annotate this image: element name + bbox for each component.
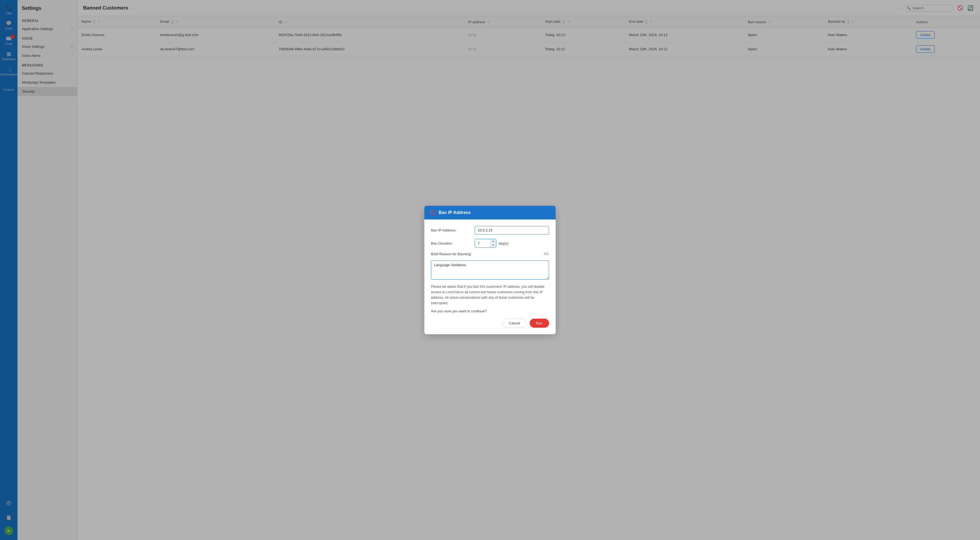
modal-overlay[interactable]: 🚫 Ban IP Address Ban IP Address: Ban Dur… — [0, 0, 980, 540]
modal-title: Ban IP Address — [439, 210, 471, 215]
cancel-button[interactable]: Cancel — [503, 319, 526, 328]
char-count: 481 — [544, 252, 549, 256]
duration-wrapper: ▲ ▼ day(s) — [475, 239, 508, 248]
modal-header: 🚫 Ban IP Address — [425, 206, 555, 219]
duration-input[interactable] — [475, 240, 490, 247]
confirm-text: Are you sure you want to continue? — [431, 309, 549, 313]
ban-button[interactable]: Ban — [530, 319, 549, 328]
ip-field-row: Ban IP Address: — [431, 226, 549, 235]
spin-down-btn[interactable]: ▼ — [490, 243, 496, 247]
spin-up-btn[interactable]: ▲ — [490, 239, 496, 243]
warning-text: Please be aware that if you ban this cus… — [431, 284, 549, 306]
duration-field-row: Ban Duration: ▲ ▼ day(s) — [431, 239, 549, 248]
reason-field-row: Brief Reason for Banning: 481 — [431, 252, 549, 280]
days-label: day(s) — [498, 241, 508, 245]
duration-spinners: ▲ ▼ — [490, 239, 496, 247]
modal-footer: Cancel Ban — [431, 319, 549, 329]
ban-ip-input[interactable] — [475, 226, 549, 235]
duration-label: Ban Duration: — [431, 241, 472, 245]
ip-label: Ban IP Address: — [431, 228, 472, 232]
reason-label: Brief Reason for Banning: — [431, 252, 472, 256]
modal-body: Ban IP Address: Ban Duration: ▲ ▼ day(s) — [425, 219, 555, 334]
duration-input-wrap: ▲ ▼ — [475, 239, 496, 248]
reason-textarea[interactable] — [431, 260, 549, 280]
ban-ip-modal: 🚫 Ban IP Address Ban IP Address: Ban Dur… — [425, 206, 555, 334]
ban-icon: 🚫 — [430, 210, 436, 216]
reason-header: Brief Reason for Banning: 481 — [431, 252, 549, 256]
